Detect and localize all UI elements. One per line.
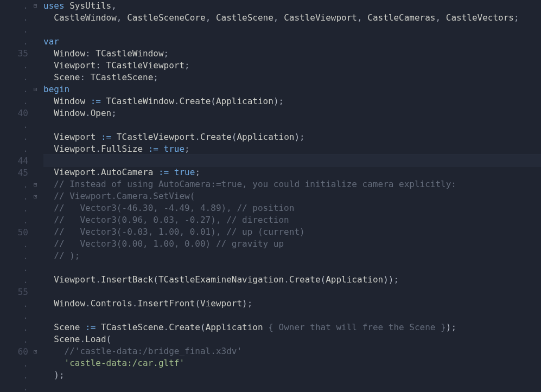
token-punc: ; (279, 96, 284, 106)
line-number: . (0, 334, 28, 346)
fold-marker[interactable]: ⊟ (34, 0, 43, 12)
token-punc: . (164, 322, 169, 332)
code-line[interactable]: //'castle-data:/bridge_final.x3dv' (43, 345, 541, 357)
token-id: Window (43, 48, 85, 59)
fold-marker[interactable]: ⊟ (34, 83, 43, 95)
line-number: . (0, 131, 28, 143)
token-paren: ( (200, 322, 206, 332)
code-line[interactable]: Viewport: TCastleViewport; (43, 60, 541, 72)
token-id: CastleScene (216, 12, 273, 23)
code-content[interactable]: uses SysUtils, CastleWindow, CastleScene… (43, 0, 541, 392)
code-line[interactable] (43, 286, 541, 298)
token-punc: . (85, 108, 91, 118)
token-type: TCastleScene (91, 72, 154, 82)
fold-marker (34, 358, 43, 370)
code-line[interactable] (43, 119, 541, 131)
code-line[interactable]: Viewport.InsertBack(TCastleExamineNaviga… (43, 274, 541, 286)
token-kw: uses (43, 1, 65, 11)
fold-marker (34, 286, 43, 298)
token-punc: . (195, 132, 200, 142)
line-number: . (0, 143, 28, 155)
token-punc: . (284, 274, 289, 285)
token-punc: ; (184, 60, 190, 70)
line-number: . (0, 262, 28, 274)
token-paren: ( (321, 274, 326, 285)
line-number: . (0, 298, 28, 310)
code-line[interactable]: Viewport.AutoCamera := true; (43, 166, 541, 178)
token-id: Window (43, 108, 85, 118)
token-id: CastleWindow (43, 12, 117, 23)
token-punc: ; (195, 167, 200, 177)
code-line[interactable] (43, 155, 541, 166)
token-str: 'castle-data:/car.gltf' (65, 358, 185, 368)
line-number: 40 (0, 107, 28, 119)
line-number: . (0, 250, 28, 262)
fold-marker (34, 250, 43, 262)
token-id: Viewport (43, 274, 96, 285)
line-number: 50 (0, 227, 28, 239)
code-line[interactable]: 'castle-data:/car.gltf' (43, 357, 541, 369)
code-line[interactable]: // Vector3(0.00, 1.00, 0.00) // gravity … (43, 238, 541, 250)
code-line[interactable]: // Vector3(-46.30, -4.49, 4.89), // posi… (43, 202, 541, 214)
token-id: AutoCamera (101, 167, 158, 177)
code-line[interactable]: ); (43, 369, 541, 381)
code-line[interactable]: Viewport.FullSize := true; (43, 143, 541, 155)
code-line[interactable]: // Vector3(0.96, 0.03, -0.27), // direct… (43, 214, 541, 226)
code-line[interactable]: uses SysUtils, (43, 0, 541, 12)
token-call: InsertFront (137, 298, 195, 309)
token-asgn: := (101, 132, 111, 142)
code-line[interactable]: var (43, 36, 541, 48)
code-line[interactable]: // Instead of using AutoCamera:=true, yo… (43, 178, 541, 190)
line-number: . (0, 72, 28, 83)
token-punc: , (206, 12, 216, 23)
fold-marker (34, 322, 43, 334)
fold-marker[interactable]: ⊟ (34, 179, 43, 191)
code-line[interactable]: Scene: TCastleScene; (43, 72, 541, 83)
fold-marker (34, 370, 43, 382)
token-punc: . (85, 298, 91, 309)
code-line[interactable]: Window.Controls.InsertFront(Viewport); (43, 298, 541, 310)
token-id (158, 144, 164, 154)
code-line[interactable]: Scene := TCastleScene.Create(Application… (43, 322, 541, 333)
code-line[interactable]: // ); (43, 250, 541, 262)
token-bool: true (174, 167, 195, 177)
line-number: . (0, 179, 28, 191)
code-line[interactable] (43, 24, 541, 36)
token-id: Window (43, 96, 91, 106)
token-paren: ) (54, 370, 59, 380)
code-line[interactable]: begin (43, 83, 541, 95)
token-id (43, 358, 65, 368)
code-line[interactable]: Viewport := TCastleViewport.Create(Appli… (43, 131, 541, 143)
fold-marker[interactable]: ⊡ (34, 191, 43, 203)
token-id: Viewport (43, 60, 96, 70)
code-line[interactable] (43, 310, 541, 322)
token-punc: . (132, 298, 138, 309)
code-editor[interactable]: ....35....40...4445....50....55....60...… (0, 0, 541, 392)
fold-marker (34, 203, 43, 215)
fold-column[interactable]: ⊟⊟⊟⊡⊡ (34, 0, 43, 392)
fold-marker[interactable]: ⊡ (34, 346, 43, 358)
code-line[interactable]: Window: TCastleWindow; (43, 48, 541, 60)
token-id (43, 370, 54, 380)
token-paren: ( (106, 334, 112, 344)
code-line[interactable]: // Viewport.Camera.SetView( (43, 190, 541, 202)
token-kw: begin (43, 84, 69, 94)
code-line[interactable]: Scene.Load( (43, 333, 541, 345)
fold-marker (34, 334, 43, 346)
token-punc: ; (514, 12, 519, 23)
token-cmt: //'castle-data:/bridge_final.x3dv' (43, 346, 242, 356)
code-line[interactable]: Window.Open; (43, 107, 541, 119)
fold-marker (34, 227, 43, 239)
code-line[interactable] (43, 381, 541, 392)
line-number: . (0, 60, 28, 72)
line-number: . (0, 95, 28, 107)
fold-marker (34, 107, 43, 119)
code-line[interactable] (43, 262, 541, 274)
code-line[interactable]: CastleWindow, CastleSceneCore, CastleSce… (43, 12, 541, 24)
token-id: CastleSceneCore (127, 12, 206, 23)
token-punc: . (96, 274, 101, 285)
code-line[interactable]: // Vector3(-0.03, 1.00, 0.01), // up (cu… (43, 226, 541, 238)
token-id: TCastleExamineNavigation (158, 274, 284, 285)
token-punc: : (80, 72, 90, 82)
code-line[interactable]: Window := TCastleWindow.Create(Applicati… (43, 95, 541, 107)
